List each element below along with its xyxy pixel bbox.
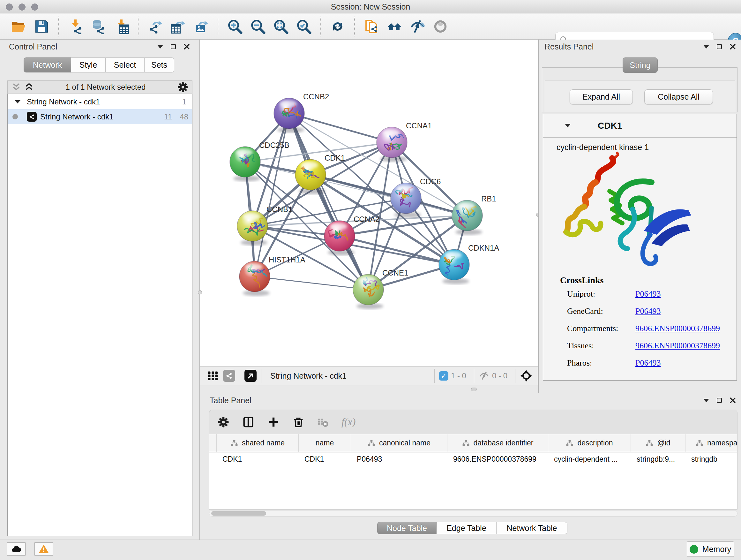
crosslink-link[interactable]: P06493 <box>635 307 661 316</box>
network-collection-row[interactable]: String Network - cdk1 1 <box>8 94 192 109</box>
table-settings-gear-icon[interactable] <box>218 416 229 428</box>
apply-layout-button[interactable] <box>329 17 346 36</box>
fit-selected-crosshair-icon[interactable] <box>520 369 533 382</box>
collapse-all-icon[interactable] <box>11 82 21 92</box>
tab-network[interactable]: Network <box>23 57 71 72</box>
import-table-button[interactable] <box>113 17 130 36</box>
table-cell[interactable]: P06493 <box>351 455 448 463</box>
control-panel-title: Control Panel <box>9 42 57 51</box>
node-ccnb2[interactable] <box>274 98 305 133</box>
table-cell[interactable]: stringdb:9... <box>631 455 685 463</box>
hide-selected-button[interactable] <box>409 17 426 36</box>
panel-close-icon[interactable] <box>184 44 190 50</box>
table-cell[interactable]: cyclin-dependent ... <box>548 455 631 463</box>
import-network-database-button[interactable] <box>90 17 107 36</box>
column-header-namespace[interactable]: namespace <box>685 434 738 452</box>
tab-style[interactable]: Style <box>71 57 106 72</box>
node-ccna1[interactable] <box>377 127 407 162</box>
network-row-selected[interactable]: String Network - cdk1 11 48 <box>8 109 192 124</box>
expand-all-icon[interactable] <box>24 82 34 92</box>
panel-close-icon[interactable] <box>730 44 736 50</box>
collection-expand-icon[interactable] <box>15 100 20 104</box>
column-header-id[interactable]: @id <box>631 434 685 452</box>
zoom-fit-button[interactable] <box>272 17 289 36</box>
export-table-button[interactable] <box>170 17 187 36</box>
expand-all-button[interactable]: Expand All <box>569 89 633 105</box>
show-all-button[interactable] <box>432 17 449 36</box>
table-cell[interactable]: stringdb <box>685 455 738 463</box>
tab-sets[interactable]: Sets <box>145 57 174 72</box>
table-horizontal-scrollbar[interactable] <box>209 510 738 516</box>
tab-select[interactable]: Select <box>106 57 145 72</box>
open-session-button[interactable] <box>10 17 27 36</box>
toolbar-separator <box>354 17 355 37</box>
memory-button[interactable]: Memory <box>687 542 734 557</box>
panel-float-icon[interactable] <box>717 398 722 403</box>
zoom-out-button[interactable] <box>249 17 266 36</box>
select-columns-icon[interactable] <box>242 416 255 428</box>
birdseye-view-icon[interactable] <box>245 370 257 382</box>
column-header-description[interactable]: description <box>548 434 631 452</box>
table-cell[interactable]: CDK1 <box>217 455 299 463</box>
node-cdk1[interactable] <box>295 159 326 194</box>
left-splitter-handle[interactable] <box>198 290 202 294</box>
export-image-button[interactable] <box>192 17 210 36</box>
column-header-canonicalname[interactable]: canonical name <box>351 434 448 452</box>
crosslinks-section: CrossLinks Uniprot:P06493GeneCard:P06493… <box>560 275 720 372</box>
tab-node-table[interactable]: Node Table <box>377 522 436 534</box>
table-row[interactable]: CDK1CDK1P064939606.ENSP00000378699cyclin… <box>209 452 737 466</box>
network-share-icon[interactable] <box>223 370 235 382</box>
gear-icon[interactable] <box>178 82 188 92</box>
hidden-eye-icon[interactable] <box>479 370 489 381</box>
panel-float-icon[interactable] <box>717 44 722 49</box>
first-neighbors-button[interactable] <box>386 17 403 36</box>
grid-view-icon[interactable] <box>207 370 219 381</box>
panel-menu-icon[interactable] <box>703 399 709 402</box>
panel-float-icon[interactable] <box>171 44 176 49</box>
add-column-icon[interactable] <box>267 416 280 428</box>
selected-nodes-checkbox[interactable]: ✓ <box>439 371 448 381</box>
tab-string[interactable]: String <box>623 57 658 73</box>
network-from-selection-button[interactable] <box>363 17 380 36</box>
crosslink-link[interactable]: 9606.ENSP00000378699 <box>635 341 720 351</box>
crosslink-link[interactable]: P06493 <box>635 289 661 299</box>
zoom-in-button[interactable] <box>226 17 244 36</box>
table-cell[interactable]: CDK1 <box>299 455 351 463</box>
column-header-sharedname[interactable]: shared name <box>217 434 299 452</box>
node-ccne1[interactable] <box>353 274 384 309</box>
warnings-button[interactable] <box>35 543 53 556</box>
node-cdkn1a[interactable] <box>439 249 469 284</box>
node-table[interactable]: shared namenamecanonical namedatabase id… <box>209 434 738 509</box>
panel-menu-icon[interactable] <box>157 45 163 49</box>
crosslink-link[interactable]: 9606.ENSP00000378699 <box>635 324 720 333</box>
window-zoom-button[interactable] <box>31 3 38 10</box>
cloud-button[interactable] <box>7 543 25 556</box>
zoom-out-icon <box>250 19 266 34</box>
network-selector-bar: 1 of 1 Network selected <box>7 80 192 94</box>
window-close-button[interactable] <box>6 3 13 10</box>
save-session-button[interactable] <box>33 17 50 36</box>
results-controls-box: Expand All Collapse All <box>542 67 738 112</box>
column-header-name[interactable]: name <box>299 434 351 452</box>
node-hist1h1a[interactable] <box>239 261 270 296</box>
window-minimize-button[interactable] <box>18 3 25 10</box>
node-rb1[interactable] <box>452 200 482 235</box>
export-network-button[interactable] <box>146 17 164 36</box>
panel-close-icon[interactable] <box>730 397 736 403</box>
entry-collapse-icon[interactable] <box>565 124 570 127</box>
column-type-icon <box>646 439 653 447</box>
entry-header[interactable]: CDK1 <box>543 114 737 138</box>
crosslink-link[interactable]: P06493 <box>635 358 661 368</box>
delete-column-icon[interactable] <box>292 416 305 428</box>
node-cdc25b[interactable] <box>230 146 260 181</box>
table-cell[interactable]: 9606.ENSP00000378699 <box>448 455 548 463</box>
column-header-databaseidentifier[interactable]: database identifier <box>448 434 548 452</box>
collapse-all-button[interactable]: Collapse All <box>644 89 713 105</box>
zoom-selected-button[interactable] <box>295 17 313 36</box>
import-network-file-button[interactable] <box>67 17 84 36</box>
tab-edge-table[interactable]: Edge Table <box>436 522 496 534</box>
network-canvas[interactable]: CCNB2CCNA1CDC25BCDK1CDC6RB1CCNB1CCNA2CDK… <box>200 40 538 366</box>
tab-network-table[interactable]: Network Table <box>496 522 567 534</box>
panel-menu-icon[interactable] <box>703 45 709 49</box>
node-ccnb1[interactable] <box>237 211 268 246</box>
